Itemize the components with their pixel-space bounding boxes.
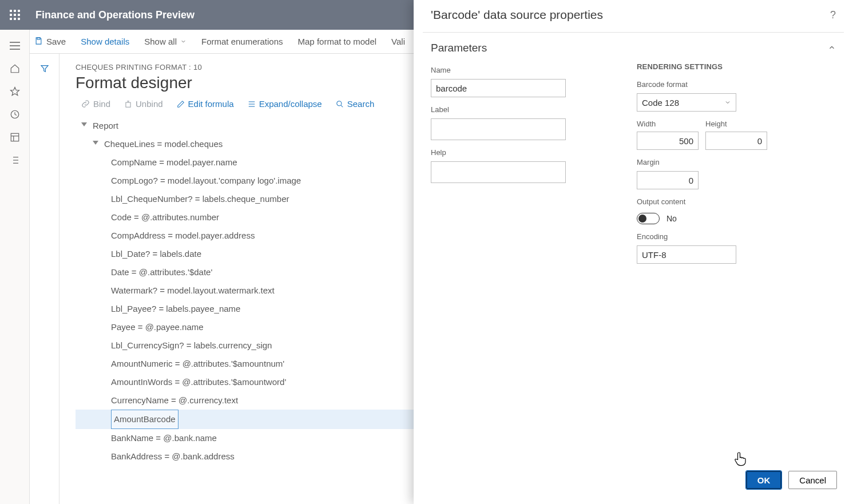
properties-panel: 'Barcode' data source properties ? Param… xyxy=(414,0,853,504)
expand-collapse-button[interactable]: Expand/collapse xyxy=(248,99,322,109)
height-label: Height xyxy=(705,120,767,128)
show-all-dropdown[interactable]: Show all xyxy=(144,37,187,46)
tree-label: BankAddress = @.bank.address xyxy=(111,447,235,466)
left-form-column: Name Label Help xyxy=(431,62,602,264)
output-content-label: Output content xyxy=(637,197,808,206)
svg-marker-19 xyxy=(41,66,48,72)
svg-rect-20 xyxy=(126,102,130,107)
map-format-button[interactable]: Map format to model xyxy=(298,37,377,46)
validate-button[interactable]: Vali xyxy=(391,37,405,46)
tree-label: Code = @.attributes.number xyxy=(111,208,219,227)
svg-marker-28 xyxy=(81,122,87,126)
margin-field[interactable] xyxy=(637,171,699,189)
bind-button[interactable]: Bind xyxy=(81,99,110,109)
width-field[interactable] xyxy=(637,132,699,150)
clock-icon[interactable] xyxy=(9,109,21,120)
tree-label: Lbl_Date? = labels.date xyxy=(111,245,201,263)
svg-point-26 xyxy=(336,101,341,105)
waffle-menu-button[interactable] xyxy=(0,0,30,30)
tree-label: Date = @.attributes.'$date' xyxy=(111,263,212,281)
help-icon[interactable]: ? xyxy=(830,9,836,21)
tree-label: Watermark? = model.layout.watermark.text xyxy=(111,281,275,300)
output-content-value: No xyxy=(666,214,677,223)
waffle-icon xyxy=(10,10,20,20)
label-label: Label xyxy=(431,105,602,114)
svg-rect-9 xyxy=(11,133,19,141)
chevron-up-icon xyxy=(828,43,836,53)
ok-button[interactable]: OK xyxy=(746,471,782,489)
tree-label: Lbl_CurrencySign? = labels.currency_sign xyxy=(111,336,272,355)
svg-marker-29 xyxy=(93,141,98,145)
edit-formula-button[interactable]: Edit formula xyxy=(177,99,234,109)
svg-marker-5 xyxy=(10,88,19,96)
app-title: Finance and Operations Preview xyxy=(35,9,195,21)
tree-label: CompName = model.payer.name xyxy=(111,153,237,172)
unbind-button[interactable]: Unbind xyxy=(124,99,163,109)
tree-label: Report xyxy=(93,117,118,135)
width-label: Width xyxy=(637,120,699,128)
save-button[interactable]: Save xyxy=(34,37,66,47)
name-field[interactable] xyxy=(431,79,566,97)
left-rail xyxy=(0,30,30,504)
svg-line-27 xyxy=(341,105,343,107)
show-details-button[interactable]: Show details xyxy=(81,37,129,46)
right-form-column: RENDERING SETTINGS Barcode format Code 1… xyxy=(637,62,808,264)
save-icon xyxy=(34,37,43,47)
tree-label: Payee = @.payee.name xyxy=(111,318,204,336)
tree-label: AmountInWords = @.attributes.'$amountwor… xyxy=(111,373,286,391)
panel-title: 'Barcode' data source properties xyxy=(431,8,603,22)
modules-icon[interactable] xyxy=(9,154,21,166)
svg-line-8 xyxy=(15,114,17,116)
tree-label: CompLogo? = model.layout.'company logo'.… xyxy=(111,172,301,190)
tree-label: CurrencyName = @.currency.text xyxy=(111,391,238,410)
parameters-section-header[interactable]: Parameters xyxy=(414,33,853,57)
barcode-format-label: Barcode format xyxy=(637,80,808,89)
star-icon[interactable] xyxy=(9,86,21,97)
tree-label: BankName = @.bank.name xyxy=(111,429,217,447)
chevron-down-icon xyxy=(180,37,187,46)
help-label: Help xyxy=(431,148,602,157)
workspace-icon[interactable] xyxy=(9,132,21,143)
chevron-down-icon xyxy=(724,98,731,108)
panel-footer: OK Cancel xyxy=(414,461,853,504)
filter-column xyxy=(30,54,59,504)
parameters-form: Name Label Help RENDERING SETTINGS Barco… xyxy=(414,57,853,269)
filter-icon[interactable] xyxy=(40,64,49,504)
rendering-settings-label: RENDERING SETTINGS xyxy=(637,62,808,71)
height-field[interactable] xyxy=(705,132,767,150)
tree-label: AmountNumeric = @.attributes.'$amountnum… xyxy=(111,355,284,373)
tree-label: ChequeLines = model.cheques xyxy=(104,135,223,153)
svg-rect-18 xyxy=(37,37,40,39)
tree-label: AmountBarcode xyxy=(111,410,178,429)
help-field[interactable] xyxy=(431,161,566,183)
caret-down-icon xyxy=(81,122,88,129)
label-field[interactable] xyxy=(431,118,566,140)
encoding-label: Encoding xyxy=(637,232,808,241)
home-icon[interactable] xyxy=(9,63,21,74)
caret-down-icon xyxy=(93,141,100,148)
cancel-button[interactable]: Cancel xyxy=(788,471,837,489)
output-content-toggle[interactable] xyxy=(637,213,660,224)
tree-label: Lbl_ChequeNumber? = labels.cheque_number xyxy=(111,190,289,208)
hamburger-button[interactable] xyxy=(9,40,21,51)
margin-label: Margin xyxy=(637,158,808,166)
search-button[interactable]: Search xyxy=(336,99,375,109)
encoding-field[interactable] xyxy=(637,245,736,264)
panel-header: 'Barcode' data source properties ? xyxy=(414,0,853,27)
barcode-format-select[interactable]: Code 128 xyxy=(637,93,736,112)
name-label: Name xyxy=(431,66,602,74)
tree-label: Lbl_Payee? = labels.payee_name xyxy=(111,300,240,318)
tree-label: CompAddress = model.payer.address xyxy=(111,227,255,245)
format-enumerations-button[interactable]: Format enumerations xyxy=(201,37,283,46)
